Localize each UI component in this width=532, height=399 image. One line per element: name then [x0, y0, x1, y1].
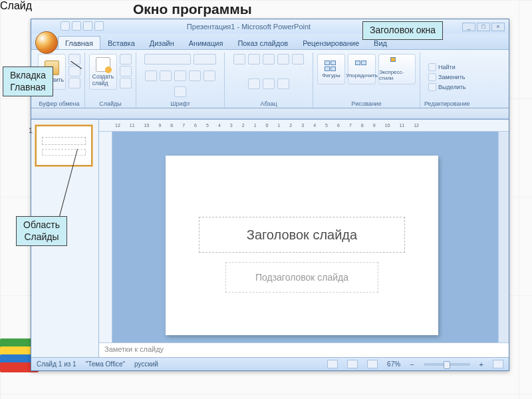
- font-color-icon[interactable]: [174, 86, 186, 97]
- new-slide-button[interactable]: Создать слайд: [89, 54, 117, 90]
- slide-canvas[interactable]: Заголовок слайда Подзаголовок слайда: [112, 132, 498, 342]
- numbering-icon[interactable]: [248, 54, 260, 65]
- ribbon: Вставить Буфер обмена Создать слайд: [31, 50, 509, 108]
- select-button[interactable]: Выделить: [428, 83, 466, 91]
- slide[interactable]: Заголовок слайда Подзаголовок слайда: [166, 156, 438, 335]
- notes-pane[interactable]: Заметки к слайду: [99, 342, 509, 357]
- ribbon-underline-bar: [31, 108, 509, 119]
- page-heading: Окно программы: [133, 1, 252, 17]
- callout-window-title: Заголовок окна: [362, 21, 443, 40]
- status-theme: "Тема Office": [86, 360, 125, 368]
- font-family-dropdown[interactable]: [144, 54, 191, 65]
- ribbon-group-editing: Найти Заменить Выделить Редактирование: [420, 53, 474, 108]
- qat-save-icon[interactable]: [61, 21, 70, 31]
- strike-icon[interactable]: [189, 70, 201, 81]
- zoom-in-icon[interactable]: +: [479, 360, 483, 368]
- minimize-button[interactable]: _: [462, 23, 475, 31]
- align-right-icon[interactable]: [263, 78, 275, 89]
- group-label: Шрифт: [170, 100, 190, 108]
- group-label: Абзац: [260, 100, 277, 108]
- ribbon-group-font: Шрифт: [136, 53, 225, 108]
- zoom-out-icon[interactable]: −: [410, 360, 414, 368]
- maximize-button[interactable]: □: [477, 23, 490, 31]
- qat-redo-icon[interactable]: [83, 21, 92, 31]
- indent-inc-icon[interactable]: [277, 54, 289, 65]
- fit-window-icon[interactable]: [493, 360, 503, 368]
- ribbon-group-slides: Создать слайд Слайды: [85, 53, 136, 108]
- format-painter-icon[interactable]: [68, 78, 80, 88]
- status-slide-info: Слайд 1 из 1: [37, 360, 76, 368]
- columns-icon[interactable]: [277, 78, 289, 89]
- zoom-value: 67%: [387, 360, 400, 368]
- new-slide-icon: [96, 57, 110, 72]
- bullets-icon[interactable]: [233, 54, 245, 65]
- status-bar: Слайд 1 из 1 "Тема Office" русский 67% −…: [31, 357, 509, 370]
- layout-icon[interactable]: [120, 54, 132, 65]
- font-size-dropdown[interactable]: [194, 54, 216, 65]
- select-icon: [428, 83, 436, 91]
- thumbnail-number: 1: [29, 126, 33, 134]
- ribbon-group-paragraph: Абзац: [225, 53, 313, 108]
- subtitle-placeholder[interactable]: Подзаголовок слайда: [225, 262, 378, 293]
- arrange-button[interactable]: Упорядочить: [348, 54, 376, 84]
- status-language: русский: [134, 360, 158, 368]
- quick-styles-button[interactable]: Экспресс-стили: [378, 54, 416, 84]
- reset-icon[interactable]: [120, 66, 132, 76]
- vertical-ruler: [99, 132, 112, 342]
- powerpoint-window: Презентация1 - Microsoft PowerPoint _ □ …: [31, 19, 509, 371]
- callout-tab-main: Вкладка Главная: [3, 66, 53, 96]
- vertical-scrollbar[interactable]: [498, 132, 509, 342]
- quick-access-toolbar: [61, 21, 104, 31]
- office-button[interactable]: [35, 31, 58, 54]
- qat-undo-icon[interactable]: [72, 21, 81, 31]
- edit-area: 1211109876543210123456789101112 Заголово…: [99, 120, 509, 357]
- italic-icon[interactable]: [160, 70, 172, 81]
- horizontal-ruler: 1211109876543210123456789101112: [99, 120, 509, 132]
- title-placeholder[interactable]: Заголовок слайда: [199, 217, 405, 253]
- find-icon: [428, 63, 436, 71]
- tab-home[interactable]: Главная: [58, 36, 100, 49]
- replace-button[interactable]: Заменить: [428, 73, 465, 81]
- zoom-slider[interactable]: [424, 363, 470, 366]
- delete-icon[interactable]: [120, 78, 132, 88]
- shapes-button[interactable]: Фигуры: [317, 54, 345, 84]
- align-center-icon[interactable]: [248, 78, 260, 89]
- align-left-icon[interactable]: [292, 54, 304, 65]
- close-button[interactable]: ×: [491, 23, 505, 31]
- find-button[interactable]: Найти: [428, 63, 456, 71]
- callout-slides-pane: Область Слайды: [16, 216, 67, 246]
- tab-review[interactable]: Рецензирование: [295, 36, 366, 49]
- view-sorter-icon[interactable]: [347, 360, 358, 368]
- work-area: 1 1211109876543210123456789101112 Заголо…: [31, 119, 509, 357]
- tab-insert[interactable]: Вставка: [100, 36, 142, 49]
- group-label: Редактирование: [424, 100, 470, 108]
- group-label: Буфер обмена: [39, 100, 79, 108]
- slide-thumbnail[interactable]: 1: [35, 125, 92, 166]
- qat-print-icon[interactable]: [94, 21, 104, 31]
- group-label: Рисование: [351, 100, 381, 108]
- tab-design[interactable]: Дизайн: [142, 36, 182, 49]
- tab-animation[interactable]: Анимация: [182, 36, 231, 49]
- shadow-icon[interactable]: [203, 70, 215, 81]
- replace-icon: [428, 73, 436, 81]
- view-normal-icon[interactable]: [327, 360, 338, 368]
- tab-slideshow[interactable]: Показ слайдов: [230, 36, 295, 49]
- underline-icon[interactable]: [174, 70, 186, 81]
- indent-dec-icon[interactable]: [263, 54, 275, 65]
- ribbon-group-drawing: Фигуры Упорядочить Экспресс-стили Рисова…: [313, 53, 420, 108]
- view-slideshow-icon[interactable]: [367, 360, 378, 368]
- group-label: Слайды: [99, 100, 122, 108]
- bold-icon[interactable]: [145, 70, 157, 81]
